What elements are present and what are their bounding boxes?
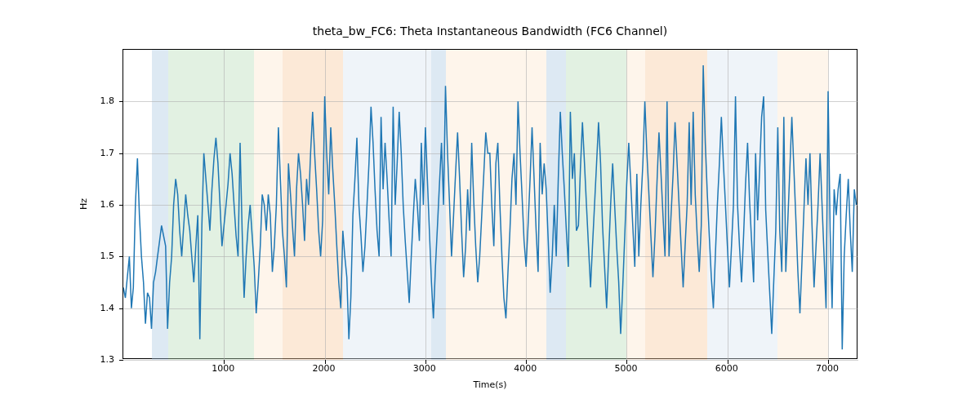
y-tick-label: 1.8 [82, 95, 114, 106]
x-tick-label: 3000 [404, 363, 445, 374]
y-tick-label: 1.5 [82, 251, 114, 261]
x-tick-label: 2000 [304, 363, 345, 374]
x-tick-label: 1000 [203, 363, 243, 374]
line-series [123, 50, 858, 360]
y-axis-label: Hz [78, 198, 89, 210]
x-tick-label: 7000 [807, 363, 848, 374]
y-tick-label: 1.4 [82, 302, 114, 313]
chart-container: 1.31.41.51.61.71.8 100020003000400050006… [122, 49, 858, 359]
x-tick-label: 4000 [505, 363, 546, 374]
gridline-h [123, 360, 858, 361]
x-tick-label: 5000 [605, 363, 646, 374]
x-axis-label: Time(s) [122, 379, 858, 390]
chart-title: theta_bw_FC6: Theta Instantaneous Bandwi… [122, 24, 858, 38]
y-tick-label: 1.7 [82, 147, 114, 157]
x-tick-label: 6000 [706, 363, 747, 374]
y-tick-mark [119, 360, 123, 361]
plot-area [122, 49, 858, 359]
y-tick-label: 1.3 [82, 354, 114, 365]
